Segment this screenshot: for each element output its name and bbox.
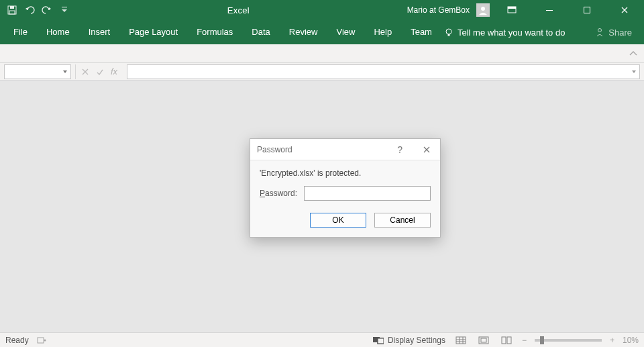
ribbon-collapse-bar	[0, 44, 644, 63]
ok-button[interactable]: OK	[310, 213, 366, 228]
page-break-view-icon[interactable]	[499, 335, 514, 346]
display-settings-label: Display Settings	[388, 336, 445, 345]
maximize-button[interactable]	[572, 0, 602, 20]
svg-point-11	[598, 29, 602, 32]
zoom-in-button[interactable]: +	[610, 336, 614, 345]
svg-rect-6	[508, 7, 516, 9]
password-dialog: Password ? 'Encrypted.xlsx' is protected…	[250, 138, 441, 238]
tab-insert[interactable]: Insert	[79, 20, 120, 44]
svg-rect-25	[502, 337, 506, 344]
svg-rect-2	[9, 11, 15, 14]
close-button[interactable]	[609, 0, 640, 20]
svg-rect-18	[456, 337, 466, 344]
dialog-buttons: OK Cancel	[250, 205, 440, 237]
save-icon[interactable]	[7, 5, 17, 15]
svg-rect-24	[481, 338, 486, 342]
svg-point-9	[446, 29, 451, 34]
lightbulb-icon	[444, 28, 453, 37]
quick-access-toolbar	[0, 5, 70, 15]
collapse-ribbon-icon[interactable]	[629, 50, 637, 57]
tab-review[interactable]: Review	[280, 20, 327, 44]
share-button[interactable]: Share	[595, 28, 640, 38]
enter-formula-icon[interactable]	[96, 68, 104, 76]
status-bar: Ready Display Settings − + 10%	[0, 332, 644, 347]
svg-rect-12	[38, 338, 44, 343]
dialog-help-button[interactable]: ?	[394, 144, 405, 155]
dialog-body: 'Encrypted.xlsx' is protected. Password:	[250, 160, 440, 205]
tab-view[interactable]: View	[327, 20, 364, 44]
macro-record-icon[interactable]	[37, 336, 46, 344]
app-title: Excel	[70, 5, 407, 15]
redo-icon[interactable]	[42, 5, 52, 15]
svg-point-13	[44, 339, 46, 341]
user-name: Mario at GemBox	[407, 5, 470, 15]
display-settings-button[interactable]: Display Settings	[373, 336, 445, 345]
fx-icon[interactable]: fx	[111, 66, 117, 77]
tell-me-label: Tell me what you want to do	[458, 28, 565, 38]
formula-bar: fx	[0, 63, 644, 81]
password-input[interactable]	[304, 186, 431, 201]
dialog-message: 'Encrypted.xlsx' is protected.	[260, 168, 431, 178]
tab-team[interactable]: Team	[401, 20, 441, 44]
normal-view-icon[interactable]	[453, 335, 468, 346]
share-icon	[595, 28, 604, 37]
tab-data[interactable]: Data	[242, 20, 279, 44]
undo-icon[interactable]	[24, 5, 35, 15]
password-label: Password:	[260, 189, 297, 198]
tab-home[interactable]: Home	[37, 20, 79, 44]
cancel-button[interactable]: Cancel	[374, 213, 431, 228]
dialog-title-bar: Password ?	[250, 139, 440, 160]
svg-rect-3	[62, 7, 67, 7]
user-avatar[interactable]	[476, 3, 490, 17]
ribbon-tabs: File Home Insert Page Layout Formulas Da…	[0, 20, 644, 44]
svg-rect-26	[507, 337, 511, 344]
status-ready: Ready	[5, 336, 29, 345]
zoom-out-button[interactable]: −	[522, 336, 527, 345]
svg-rect-1	[10, 6, 14, 9]
dialog-title: Password	[257, 145, 292, 154]
qat-customize-icon[interactable]	[59, 5, 70, 15]
dialog-close-button[interactable]	[420, 146, 433, 154]
tab-page-layout[interactable]: Page Layout	[119, 20, 187, 44]
title-bar-right: Mario at GemBox	[407, 0, 644, 20]
svg-rect-7	[546, 10, 553, 11]
tab-file[interactable]: File	[4, 20, 37, 44]
formula-bar-buttons: fx	[75, 64, 123, 79]
formula-input[interactable]	[127, 64, 640, 79]
name-box[interactable]	[4, 64, 71, 79]
cancel-formula-icon[interactable]	[81, 68, 89, 76]
tab-formulas[interactable]: Formulas	[187, 20, 242, 44]
svg-rect-16	[378, 338, 384, 344]
tell-me-search[interactable]: Tell me what you want to do	[444, 28, 565, 38]
tab-help[interactable]: Help	[364, 20, 401, 44]
svg-rect-10	[447, 34, 449, 36]
title-bar: Excel Mario at GemBox	[0, 0, 644, 20]
share-label: Share	[608, 28, 632, 38]
svg-rect-8	[584, 7, 590, 13]
page-layout-view-icon[interactable]	[476, 335, 491, 346]
zoom-slider[interactable]	[535, 339, 602, 342]
svg-point-4	[481, 7, 485, 11]
ribbon-display-options-icon[interactable]	[496, 0, 527, 20]
minimize-button[interactable]	[534, 0, 565, 20]
zoom-level[interactable]: 10%	[623, 336, 639, 345]
